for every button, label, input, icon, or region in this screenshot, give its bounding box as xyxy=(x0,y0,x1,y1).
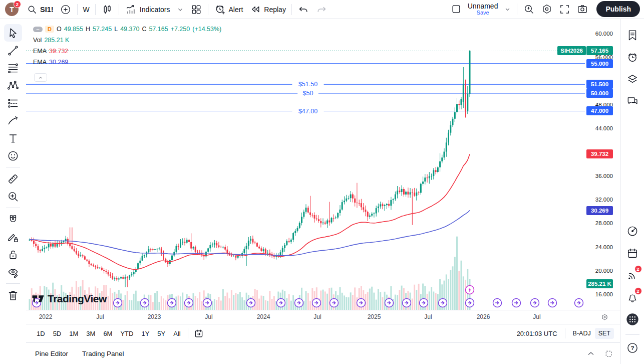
goto-date-button[interactable] xyxy=(192,326,206,340)
layout-grid-button[interactable] xyxy=(187,2,205,17)
range-1m-button[interactable]: 1M xyxy=(66,327,82,340)
clock-display[interactable]: 20:01:03 UTC xyxy=(517,330,557,337)
tool-cursor[interactable] xyxy=(4,24,22,42)
interval-button[interactable]: W xyxy=(80,4,93,15)
legend-collapse-button[interactable] xyxy=(34,73,47,82)
range-5d-button[interactable]: 5D xyxy=(50,327,65,340)
sidebar-chat-button[interactable] xyxy=(623,91,642,111)
contract-rollover-marker[interactable] xyxy=(185,299,193,307)
sidebar-screener-target-button[interactable] xyxy=(623,221,642,241)
collapse-panel-button[interactable] xyxy=(584,347,597,360)
sidebar-watchlist-button[interactable] xyxy=(623,25,642,45)
range-6m-button[interactable]: 6M xyxy=(100,327,116,340)
tool-brush[interactable] xyxy=(4,112,22,129)
contract-rollover-marker[interactable] xyxy=(439,299,447,307)
pattern-xabcd-icon xyxy=(7,79,20,92)
tool-remove-drawings[interactable] xyxy=(4,286,22,304)
price-axis[interactable]: 60.00056.00048.00044.00036.00032.00028.0… xyxy=(585,19,620,310)
indicator-templates-button[interactable] xyxy=(173,4,187,15)
contract-rollover-marker[interactable] xyxy=(277,299,285,307)
tool-lock-all[interactable] xyxy=(4,246,22,263)
tool-emoji[interactable] xyxy=(4,147,22,164)
settlement-toggle[interactable]: SET xyxy=(595,328,614,339)
chart-legend: – D O49.855 H57.245 L49.370 C57.165 +7.2… xyxy=(33,24,221,68)
adjustment-toggle[interactable]: B-ADJ xyxy=(573,330,591,337)
maximize-panel-button[interactable] xyxy=(602,347,615,360)
replay-button[interactable]: Replay xyxy=(246,2,289,17)
tab-pine-editor[interactable]: Pine Editor xyxy=(35,350,68,357)
create-alert-button[interactable]: Alert xyxy=(211,2,246,17)
contract-rollover-marker[interactable] xyxy=(141,299,149,307)
indicators-button[interactable]: Indicators xyxy=(122,2,173,17)
contract-rollover-marker[interactable] xyxy=(247,299,255,307)
layout-name-button[interactable]: Unnamed Save xyxy=(465,1,501,17)
time-axis-settings-icon[interactable] xyxy=(600,313,609,321)
contract-rollover-marker[interactable] xyxy=(531,299,539,307)
sidebar-notifications-button[interactable]: 2 xyxy=(623,287,642,307)
tool-hide-drawings[interactable] xyxy=(4,263,22,281)
chart-style-button[interactable] xyxy=(98,2,116,17)
fullscreen-button[interactable] xyxy=(556,2,573,17)
range-5y-button[interactable]: 5Y xyxy=(154,327,169,340)
price-level-label[interactable]: $50 xyxy=(303,90,313,97)
contract-rollover-marker[interactable] xyxy=(493,299,502,307)
user-menu-button[interactable]: T 2 xyxy=(5,3,19,16)
hide-source-pill[interactable]: – xyxy=(33,27,43,32)
sidebar-object-tree-button[interactable] xyxy=(623,69,642,89)
contract-rollover-marker[interactable] xyxy=(512,299,521,307)
contract-rollover-marker[interactable] xyxy=(330,299,339,307)
ema-line[interactable] xyxy=(30,211,470,256)
contract-rollover-marker[interactable] xyxy=(420,299,428,307)
tool-magnet[interactable] xyxy=(4,211,22,228)
tool-forecast[interactable] xyxy=(4,94,22,112)
tool-zoom-in[interactable] xyxy=(4,188,22,205)
tool-ruler[interactable] xyxy=(4,170,22,188)
tab-trading-panel[interactable]: Trading Panel xyxy=(82,350,124,357)
tool-pattern-xabcd[interactable] xyxy=(4,77,22,94)
contract-rollover-marker[interactable] xyxy=(403,299,411,307)
tool-trend-line[interactable] xyxy=(4,42,22,59)
publish-button[interactable]: Publish xyxy=(596,1,640,17)
tool-drawing-mode[interactable] xyxy=(4,228,22,246)
range-1d-button[interactable]: 1D xyxy=(33,327,49,340)
contract-rollover-marker[interactable] xyxy=(203,299,212,307)
compare-add-button[interactable] xyxy=(57,2,75,17)
sidebar-minds-button[interactable]: 2 xyxy=(623,265,642,285)
time-axis[interactable]: 2022Jul2023Jul2024Jul2025Jul2026Jul xyxy=(26,310,620,324)
contract-rollover-marker[interactable] xyxy=(385,299,394,307)
contract-rollover-marker[interactable] xyxy=(312,299,321,307)
contract-rollover-marker[interactable] xyxy=(295,299,303,307)
sidebar-alerts-clock-button[interactable] xyxy=(623,47,642,67)
snapshot-button[interactable] xyxy=(573,2,591,17)
undo-button[interactable] xyxy=(294,2,312,17)
save-layout-link[interactable]: Save xyxy=(477,10,489,16)
range-all-button[interactable]: All xyxy=(170,327,184,340)
redo-button[interactable] xyxy=(312,2,331,17)
contract-rollover-marker[interactable] xyxy=(168,299,176,307)
contract-rollover-marker[interactable] xyxy=(548,299,557,307)
sidebar-apps-grid-button[interactable] xyxy=(623,309,642,329)
ema-line[interactable] xyxy=(30,154,470,270)
range-3m-button[interactable]: 3M xyxy=(83,327,99,340)
toolbar-divider xyxy=(625,334,639,335)
contract-rollover-marker[interactable] xyxy=(466,299,474,307)
tool-fib-retracement[interactable] xyxy=(4,59,22,77)
select-layout-checkbox[interactable] xyxy=(448,2,465,16)
contract-rollover-marker[interactable] xyxy=(575,299,583,307)
tool-text[interactable] xyxy=(4,129,22,147)
limit-event-marker[interactable] xyxy=(466,286,474,294)
sidebar-calendar-button[interactable] xyxy=(623,243,642,263)
range-ytd-button[interactable]: YTD xyxy=(117,327,137,340)
sidebar-help-button[interactable]: ? xyxy=(623,338,642,358)
price-level-label[interactable]: $47.00 xyxy=(298,108,317,115)
quick-search-button[interactable] xyxy=(520,2,538,17)
range-1y-button[interactable]: 1Y xyxy=(138,327,153,340)
contract-rollover-marker[interactable] xyxy=(357,299,366,307)
symbol-search-button[interactable]: SI1! xyxy=(24,3,57,17)
layout-menu-chevron[interactable] xyxy=(501,4,514,15)
toolbar-divider xyxy=(188,328,188,338)
price-tick-label: 32.000 xyxy=(595,197,613,203)
contract-rollover-marker[interactable] xyxy=(114,299,122,307)
price-level-label[interactable]: $51.50 xyxy=(298,81,317,88)
chart-settings-button[interactable] xyxy=(538,2,556,17)
